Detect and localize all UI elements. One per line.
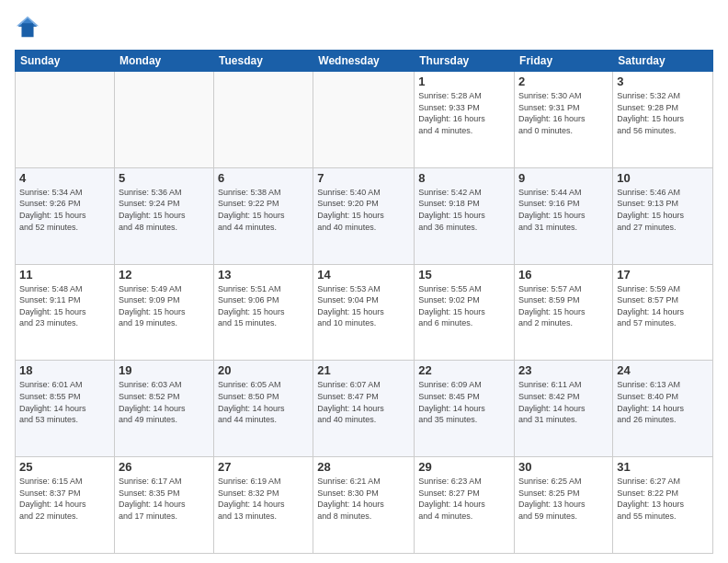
day-number: 30 — [518, 460, 609, 474]
calendar-cell: 6Sunrise: 5:38 AM Sunset: 9:22 PM Daylig… — [214, 167, 313, 264]
day-info: Sunrise: 5:32 AM Sunset: 9:28 PM Dayligh… — [617, 90, 709, 136]
logo — [15, 15, 44, 40]
weekday-header-thursday: Thursday — [415, 51, 515, 72]
day-number: 29 — [418, 460, 510, 474]
day-info: Sunrise: 5:30 AM Sunset: 9:31 PM Dayligh… — [518, 90, 609, 136]
day-info: Sunrise: 5:46 AM Sunset: 9:13 PM Dayligh… — [617, 187, 709, 233]
calendar-cell: 9Sunrise: 5:44 AM Sunset: 9:16 PM Daylig… — [515, 167, 613, 264]
day-number: 23 — [518, 363, 609, 377]
day-number: 4 — [19, 171, 110, 185]
day-number: 5 — [119, 171, 210, 185]
weekday-header-tuesday: Tuesday — [214, 51, 313, 72]
weekday-header-monday: Monday — [114, 51, 213, 72]
calendar-cell: 2Sunrise: 5:30 AM Sunset: 9:31 PM Daylig… — [515, 72, 613, 168]
day-number: 19 — [119, 363, 210, 377]
weekday-header-saturday: Saturday — [613, 51, 713, 72]
calendar-cell: 13Sunrise: 5:51 AM Sunset: 9:06 PM Dayli… — [214, 264, 313, 361]
calendar-cell: 26Sunrise: 6:17 AM Sunset: 8:35 PM Dayli… — [114, 457, 213, 554]
day-number: 24 — [617, 363, 709, 377]
day-number: 15 — [418, 268, 510, 282]
calendar-cell: 5Sunrise: 5:36 AM Sunset: 9:24 PM Daylig… — [114, 167, 213, 264]
day-info: Sunrise: 5:42 AM Sunset: 9:18 PM Dayligh… — [418, 187, 510, 233]
day-info: Sunrise: 5:48 AM Sunset: 9:11 PM Dayligh… — [19, 283, 110, 329]
day-number: 14 — [317, 268, 410, 282]
day-info: Sunrise: 5:34 AM Sunset: 9:26 PM Dayligh… — [19, 187, 110, 233]
week-row-4: 18Sunrise: 6:01 AM Sunset: 8:55 PM Dayli… — [16, 361, 713, 457]
day-info: Sunrise: 5:51 AM Sunset: 9:06 PM Dayligh… — [218, 283, 309, 329]
day-info: Sunrise: 6:11 AM Sunset: 8:42 PM Dayligh… — [518, 379, 609, 425]
day-number: 18 — [19, 363, 110, 377]
week-row-1: 1Sunrise: 5:28 AM Sunset: 9:33 PM Daylig… — [16, 72, 713, 168]
day-info: Sunrise: 6:05 AM Sunset: 8:50 PM Dayligh… — [218, 379, 309, 425]
calendar-cell — [16, 72, 115, 168]
day-info: Sunrise: 5:55 AM Sunset: 9:02 PM Dayligh… — [418, 283, 510, 329]
calendar-cell: 24Sunrise: 6:13 AM Sunset: 8:40 PM Dayli… — [613, 361, 713, 457]
calendar-cell: 23Sunrise: 6:11 AM Sunset: 8:42 PM Dayli… — [515, 361, 613, 457]
calendar-page: SundayMondayTuesdayWednesdayThursdayFrid… — [0, 0, 728, 563]
day-number: 10 — [617, 171, 709, 185]
day-info: Sunrise: 5:36 AM Sunset: 9:24 PM Dayligh… — [119, 187, 210, 233]
calendar-table: SundayMondayTuesdayWednesdayThursdayFrid… — [15, 50, 713, 554]
day-number: 11 — [19, 268, 110, 282]
calendar-cell: 4Sunrise: 5:34 AM Sunset: 9:26 PM Daylig… — [16, 167, 115, 264]
week-row-5: 25Sunrise: 6:15 AM Sunset: 8:37 PM Dayli… — [16, 457, 713, 554]
calendar-cell: 14Sunrise: 5:53 AM Sunset: 9:04 PM Dayli… — [313, 264, 415, 361]
day-number: 12 — [119, 268, 210, 282]
calendar-cell: 29Sunrise: 6:23 AM Sunset: 8:27 PM Dayli… — [415, 457, 515, 554]
calendar-cell: 15Sunrise: 5:55 AM Sunset: 9:02 PM Dayli… — [415, 264, 515, 361]
day-info: Sunrise: 6:21 AM Sunset: 8:30 PM Dayligh… — [317, 476, 410, 522]
calendar-cell: 16Sunrise: 5:57 AM Sunset: 8:59 PM Dayli… — [515, 264, 613, 361]
day-info: Sunrise: 5:28 AM Sunset: 9:33 PM Dayligh… — [418, 90, 510, 136]
day-info: Sunrise: 6:01 AM Sunset: 8:55 PM Dayligh… — [19, 379, 110, 425]
day-number: 2 — [518, 75, 609, 88]
day-number: 25 — [19, 460, 110, 474]
week-row-3: 11Sunrise: 5:48 AM Sunset: 9:11 PM Dayli… — [16, 264, 713, 361]
day-info: Sunrise: 6:17 AM Sunset: 8:35 PM Dayligh… — [119, 476, 210, 522]
calendar-cell: 22Sunrise: 6:09 AM Sunset: 8:45 PM Dayli… — [415, 361, 515, 457]
day-info: Sunrise: 5:49 AM Sunset: 9:09 PM Dayligh… — [119, 283, 210, 329]
day-number: 20 — [218, 363, 309, 377]
day-number: 28 — [317, 460, 410, 474]
day-number: 26 — [119, 460, 210, 474]
calendar-cell: 17Sunrise: 5:59 AM Sunset: 8:57 PM Dayli… — [613, 264, 713, 361]
day-number: 3 — [617, 75, 709, 88]
weekday-header-friday: Friday — [515, 51, 613, 72]
day-number: 16 — [518, 268, 609, 282]
calendar-cell — [114, 72, 213, 168]
day-info: Sunrise: 6:19 AM Sunset: 8:32 PM Dayligh… — [218, 476, 309, 522]
day-number: 27 — [218, 460, 309, 474]
day-number: 6 — [218, 171, 309, 185]
calendar-cell: 31Sunrise: 6:27 AM Sunset: 8:22 PM Dayli… — [613, 457, 713, 554]
day-info: Sunrise: 6:09 AM Sunset: 8:45 PM Dayligh… — [418, 379, 510, 425]
day-info: Sunrise: 5:38 AM Sunset: 9:22 PM Dayligh… — [218, 187, 309, 233]
day-number: 13 — [218, 268, 309, 282]
calendar-cell — [214, 72, 313, 168]
calendar-cell: 28Sunrise: 6:21 AM Sunset: 8:30 PM Dayli… — [313, 457, 415, 554]
calendar-cell: 7Sunrise: 5:40 AM Sunset: 9:20 PM Daylig… — [313, 167, 415, 264]
weekday-header-wednesday: Wednesday — [313, 51, 415, 72]
calendar-cell: 20Sunrise: 6:05 AM Sunset: 8:50 PM Dayli… — [214, 361, 313, 457]
weekday-header-sunday: Sunday — [16, 51, 115, 72]
weekday-header-row: SundayMondayTuesdayWednesdayThursdayFrid… — [16, 51, 713, 72]
calendar-cell: 18Sunrise: 6:01 AM Sunset: 8:55 PM Dayli… — [16, 361, 115, 457]
calendar-cell: 25Sunrise: 6:15 AM Sunset: 8:37 PM Dayli… — [16, 457, 115, 554]
calendar-cell: 11Sunrise: 5:48 AM Sunset: 9:11 PM Dayli… — [16, 264, 115, 361]
calendar-cell — [313, 72, 415, 168]
day-number: 21 — [317, 363, 410, 377]
calendar-cell: 19Sunrise: 6:03 AM Sunset: 8:52 PM Dayli… — [114, 361, 213, 457]
day-info: Sunrise: 6:27 AM Sunset: 8:22 PM Dayligh… — [617, 476, 709, 522]
day-number: 31 — [617, 460, 709, 474]
calendar-cell: 21Sunrise: 6:07 AM Sunset: 8:47 PM Dayli… — [313, 361, 415, 457]
calendar-cell: 12Sunrise: 5:49 AM Sunset: 9:09 PM Dayli… — [114, 264, 213, 361]
day-number: 9 — [518, 171, 609, 185]
day-info: Sunrise: 6:13 AM Sunset: 8:40 PM Dayligh… — [617, 379, 709, 425]
day-info: Sunrise: 6:15 AM Sunset: 8:37 PM Dayligh… — [19, 476, 110, 522]
day-info: Sunrise: 6:07 AM Sunset: 8:47 PM Dayligh… — [317, 379, 410, 425]
calendar-cell: 3Sunrise: 5:32 AM Sunset: 9:28 PM Daylig… — [613, 72, 713, 168]
day-info: Sunrise: 5:44 AM Sunset: 9:16 PM Dayligh… — [518, 187, 609, 233]
calendar-cell: 30Sunrise: 6:25 AM Sunset: 8:25 PM Dayli… — [515, 457, 613, 554]
logo-icon — [15, 15, 40, 40]
calendar-cell: 8Sunrise: 5:42 AM Sunset: 9:18 PM Daylig… — [415, 167, 515, 264]
calendar-cell: 27Sunrise: 6:19 AM Sunset: 8:32 PM Dayli… — [214, 457, 313, 554]
day-number: 1 — [418, 75, 510, 88]
